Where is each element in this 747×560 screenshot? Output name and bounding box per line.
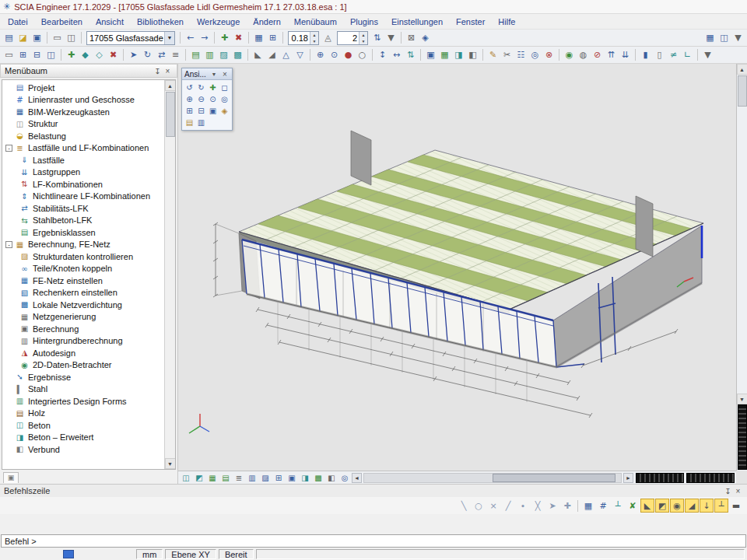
tree-item[interactable]: ⇅LF-Kombinationen: [2, 178, 164, 191]
window-icon[interactable]: ▦: [703, 31, 717, 44]
plate-icon[interactable]: ▤: [189, 48, 202, 61]
count-spinner-value[interactable]: 2: [338, 32, 359, 44]
erase-icon[interactable]: ✖: [107, 48, 120, 61]
zoom-window-icon[interactable]: ◻: [219, 82, 230, 93]
status-unit[interactable]: mm: [136, 549, 163, 559]
horizontal-scrollbar[interactable]: [363, 473, 622, 483]
snap-x-icon[interactable]: ╳: [531, 499, 545, 513]
snap-circle-icon[interactable]: ○: [472, 499, 486, 513]
scroll-up-icon[interactable]: ▲: [737, 64, 747, 75]
command-input[interactable]: Befehl >: [1, 534, 746, 548]
snap-midpoint-icon[interactable]: ◣: [640, 499, 654, 513]
solid-view-icon[interactable]: ▣: [286, 472, 298, 484]
menu-ändern[interactable]: Ändern: [253, 17, 280, 26]
target-view-icon[interactable]: ◎: [338, 472, 351, 484]
snap-plus-icon[interactable]: ✚: [560, 499, 574, 513]
zoom-fit-icon[interactable]: ⊙: [328, 48, 341, 61]
zoom-in-icon[interactable]: ⊕: [314, 48, 327, 61]
tree-item[interactable]: ◫Struktur: [2, 118, 164, 131]
snap-ortho-icon[interactable]: ┴: [714, 499, 728, 513]
tree-item[interactable]: ◉2D-Daten-Betrachter: [2, 359, 164, 372]
more-icon[interactable]: ▼: [731, 31, 745, 44]
tree-item[interactable]: ▧Rechenkern einstellen: [2, 287, 164, 299]
tree-item[interactable]: ▦FE-Netz einstellen: [2, 275, 164, 287]
arrows-up-icon[interactable]: ⇈: [605, 48, 618, 61]
view-palette-header[interactable]: Ansi... ▼ ×: [182, 68, 232, 80]
open-icon[interactable]: ◪: [16, 31, 30, 44]
tree-item[interactable]: ▣Berechnung: [2, 323, 164, 335]
tree-item[interactable]: ◧Verbund: [2, 443, 164, 456]
layers2-icon[interactable]: ☷: [514, 48, 528, 61]
zoom-selection-icon[interactable]: ◎: [219, 93, 230, 105]
snap-grid-icon[interactable]: ▦: [581, 499, 595, 513]
tree-item[interactable]: ▤Projekt: [2, 82, 164, 94]
stretch-v-icon[interactable]: ↕: [376, 48, 389, 61]
tree-item[interactable]: ◒Belastung: [2, 130, 164, 142]
column-icon[interactable]: ◇: [93, 48, 106, 61]
grid-icon[interactable]: ▦: [252, 31, 265, 44]
tree-item[interactable]: ▥Integriertes Design Forms: [2, 395, 164, 408]
table-icon[interactable]: ⊞: [266, 31, 279, 44]
tree-item[interactable]: ◫Beton: [2, 419, 164, 432]
project-combobox[interactable]: 17055 Glasfassade ▼: [86, 31, 175, 45]
spin-down-icon[interactable]: ▼: [310, 38, 318, 44]
select-icon[interactable]: ▭: [2, 48, 16, 61]
snap-center-icon[interactable]: ◉: [670, 499, 684, 513]
menu-einstellungen[interactable]: Einstellungen: [391, 17, 443, 26]
tree-item[interactable]: ▍Stahl: [2, 383, 164, 396]
snap-diag-icon[interactable]: ╱: [501, 499, 515, 513]
menu-bibliotheken[interactable]: Bibliotheken: [137, 17, 184, 26]
stretch-h-icon[interactable]: ↔: [390, 48, 403, 61]
wireframe-icon[interactable]: ▥: [195, 117, 207, 128]
tree-tab-icon[interactable]: ▣: [3, 472, 19, 483]
close-icon[interactable]: ×: [163, 67, 173, 75]
menu-fenster[interactable]: Fenster: [456, 17, 485, 26]
tree-item[interactable]: ▩Lokale Netzverdichtung: [2, 299, 164, 311]
lock-icon[interactable]: ⊠: [405, 31, 418, 44]
tree-item[interactable]: -▦Berechnung, FE-Netz: [2, 239, 164, 251]
beam-icon[interactable]: ◆: [79, 48, 92, 61]
snap-toggle-icon[interactable]: ✘: [626, 499, 640, 513]
box-view-icon[interactable]: ◧: [325, 472, 338, 484]
view-iso-icon[interactable]: ◫: [180, 472, 192, 484]
chevron-down-icon[interactable]: ▼: [164, 32, 174, 44]
shade-icon[interactable]: ◍: [577, 48, 590, 61]
bar-icon[interactable]: ▮: [639, 48, 652, 61]
scrollbar-thumb[interactable]: [166, 92, 175, 137]
menu-hilfe[interactable]: Hilfe: [498, 17, 515, 26]
add-node-icon[interactable]: ⊞: [16, 48, 30, 61]
snap-raster-icon[interactable]: #: [596, 499, 610, 513]
half-icon[interactable]: ◨: [452, 48, 465, 61]
tree-item[interactable]: ◮Autodesign: [2, 347, 164, 359]
scroll-left-icon[interactable]: ◄: [352, 473, 362, 483]
snap-intersect-icon[interactable]: ↓: [700, 499, 714, 513]
view-x-icon[interactable]: ⊞: [184, 105, 195, 117]
remove-node-icon[interactable]: ⊟: [30, 48, 44, 61]
down-tri-icon[interactable]: ▽: [293, 48, 307, 61]
redo-icon[interactable]: →: [198, 31, 211, 44]
tree-item[interactable]: -≣Lastfälle und LF-Kombinationen: [2, 142, 164, 155]
spin-up-icon[interactable]: ▲: [359, 32, 367, 38]
snap-dot-icon[interactable]: ∙: [516, 499, 530, 513]
snap-cross-icon[interactable]: ×: [486, 499, 500, 513]
rotate-icon[interactable]: ↻: [141, 48, 154, 61]
mesh-icon[interactable]: ▨: [217, 48, 230, 61]
layers-dropdown-icon[interactable]: ▼: [384, 31, 398, 44]
zoom-in-icon[interactable]: ⊕: [184, 93, 195, 105]
point-load-icon[interactable]: ●: [342, 48, 355, 61]
arrows-down-icon[interactable]: ⇊: [619, 48, 632, 61]
snap-node-icon[interactable]: ◢: [685, 499, 699, 513]
save-icon[interactable]: ▣: [30, 31, 44, 44]
surface-view-icon[interactable]: ▤: [219, 472, 232, 484]
page1-icon[interactable]: ▥: [246, 472, 258, 484]
model-viewport[interactable]: Ansi... ▼ × ↺↻✚◻⊕⊖⊙◎⊞⊟▣◈▤▥ ◫◩▦▤≣▥▨⊞▣◨▩◧◎…: [178, 64, 747, 484]
scrollbar-thumb[interactable]: [493, 474, 615, 482]
move-icon[interactable]: ➤: [127, 48, 140, 61]
tree-item[interactable]: ⇕Nichtlineare LF-Kombinationen: [2, 191, 164, 203]
status-plane[interactable]: Ebene XY: [165, 549, 216, 559]
print-icon[interactable]: ▭: [51, 31, 64, 44]
delete-icon[interactable]: ✖: [232, 31, 245, 44]
spin-up-icon[interactable]: ▲: [310, 32, 318, 38]
render-mode-icon[interactable]: ◈: [419, 31, 432, 44]
tree-expander-icon[interactable]: -: [5, 145, 12, 152]
